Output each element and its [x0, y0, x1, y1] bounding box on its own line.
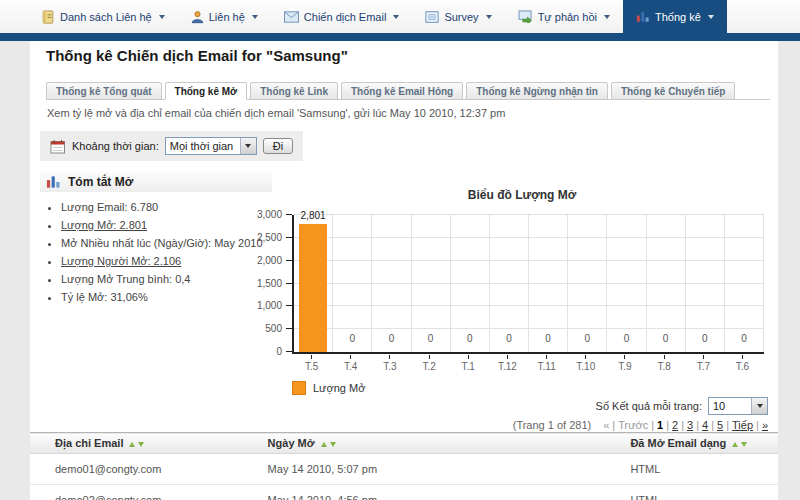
table-cell: HTML [628, 485, 778, 500]
chart-x-axis: T.5T.4T.3T.2T.1T.12T.11T.10T.9T.8T.7T.6 [292, 355, 762, 372]
column-header[interactable]: Ngày Mở [266, 433, 629, 454]
chevron-down-icon [393, 15, 399, 19]
per-page-select[interactable]: 10 [708, 397, 768, 415]
bar-value-label: 0 [725, 333, 763, 344]
table-cell: demo02@congty.com [30, 485, 266, 500]
survey-icon [425, 10, 439, 24]
nav-tab-t-ph-n-h-i[interactable]: Tự phản hồi [505, 0, 623, 33]
nav-tab-label: Thống kê [655, 11, 701, 23]
x-tick-label: T.12 [488, 355, 527, 372]
pagination-separator: | [681, 419, 684, 431]
y-tick-label: 2,500 [257, 232, 282, 243]
y-tick-mark [286, 305, 292, 306]
bar-value-label: 0 [529, 333, 567, 344]
subtab-2[interactable]: Thống kê Mở [165, 82, 248, 100]
column-header-label: Đã Mở Email dạng [630, 437, 726, 449]
y-tick-label: 1,500 [257, 278, 282, 289]
nav-tab-label: Tự phản hồi [538, 11, 597, 23]
chart-column: 0 [607, 215, 646, 352]
x-tick-label: T.2 [410, 355, 449, 372]
summary-link[interactable]: Lượng Mở: 2.801 [61, 219, 147, 231]
y-tick-mark [286, 283, 292, 284]
sort-arrows-icon [129, 442, 144, 447]
y-tick-label: 1,000 [257, 300, 282, 311]
page-2[interactable]: 2 [672, 419, 678, 431]
x-tick-label: T.9 [605, 355, 644, 372]
opens-table: Địa chỉ EmailNgày MởĐã Mở Email dạng dem… [30, 432, 778, 500]
dropdown-arrow-icon [751, 398, 767, 414]
chart-column: 0 [725, 215, 764, 352]
page-tiếp[interactable]: Tiếp [732, 419, 753, 431]
y-tick-mark [286, 260, 292, 261]
nav-tab-li-n-h-[interactable]: Liên hệ [178, 0, 271, 33]
x-tick-label: T.10 [566, 355, 605, 372]
pagination-separator: | [711, 419, 714, 431]
chart-column: 0 [372, 215, 411, 352]
x-tick-label: T.8 [645, 355, 684, 372]
sort-desc-icon [138, 442, 144, 447]
chart-column: 0 [333, 215, 372, 352]
bar-value-label: 0 [647, 333, 685, 344]
page-5[interactable]: 5 [717, 419, 723, 431]
sort-asc-icon [732, 442, 738, 447]
contact-icon [191, 10, 204, 24]
page-1: 1 [657, 419, 663, 431]
page-last[interactable]: » [762, 419, 768, 431]
y-tick-label: 2,000 [257, 255, 282, 266]
subtab-6[interactable]: Thống kê Chuyển tiếp [611, 82, 735, 100]
summary-link[interactable]: Lượng Người Mở: 2.106 [61, 255, 181, 267]
bar-value-label: 0 [412, 333, 450, 344]
page-3[interactable]: 3 [687, 419, 693, 431]
column-header-label: Ngày Mở [268, 437, 315, 449]
bar-value-label: 0 [490, 333, 528, 344]
top-navigation: Danh sách Liên hệLiên hệChiến dịch Email… [0, 0, 800, 33]
per-page-control: Số Kết quả mỗi trang: 10 [596, 397, 768, 415]
nav-tab-survey[interactable]: Survey [412, 0, 504, 33]
chart-column: 0 [568, 215, 607, 352]
per-page-label: Số Kết quả mỗi trang: [596, 400, 702, 412]
email-campaign-icon [284, 11, 299, 23]
x-tick-mark [703, 355, 704, 359]
nav-tab-danh-s-ch-li-n-h-[interactable]: Danh sách Liên hệ [28, 0, 178, 33]
chart-plot-area: 2,80100000000000 [292, 215, 764, 354]
subtab-5[interactable]: Thống kê Ngừng nhận tin [466, 82, 608, 100]
page-4[interactable]: 4 [702, 419, 708, 431]
content-panel: Thống kê Chiến dịch Email for "Samsung" … [30, 41, 778, 500]
subtab-1[interactable]: Thống kê Tổng quát [46, 82, 162, 100]
stats-subtabs: Thống kê Tổng quátThống kê MởThống kê Li… [46, 80, 770, 100]
column-header[interactable]: Địa chỉ Email [30, 433, 266, 454]
nav-tab-th-ng-k-[interactable]: Thống kê [623, 0, 727, 33]
chevron-down-icon [604, 15, 610, 19]
subtab-4[interactable]: Thống kê Email Hỏng [341, 82, 463, 100]
time-range-select[interactable]: Mọi thời gian [165, 137, 257, 155]
go-button[interactable]: Đi [263, 138, 293, 154]
x-tick-mark [429, 355, 430, 359]
chevron-down-icon [252, 15, 258, 19]
chevron-down-icon [708, 15, 714, 19]
summary-text: Lượng Email: 6.780 [61, 201, 158, 213]
x-tick-mark [468, 355, 469, 359]
summary-title: Tóm tắt Mở [68, 175, 133, 189]
pagination-separator: | [756, 419, 759, 431]
time-range-filter: Khoảng thời gian: Mọi thời gian Đi [40, 131, 303, 161]
subtab-3[interactable]: Thống kê Link [250, 82, 338, 100]
nav-tab-label: Danh sách Liên hệ [60, 11, 152, 23]
pagination-separator: | [612, 419, 615, 431]
dropdown-arrow-icon [240, 138, 256, 154]
y-tick-mark [286, 214, 292, 215]
chart-column: 0 [490, 215, 529, 352]
x-tick-mark [742, 355, 743, 359]
column-header[interactable]: Đã Mở Email dạng [628, 433, 778, 454]
table-cell: May 14 2010, 4:56 pm [266, 485, 629, 500]
x-tick-label: T.5 [292, 355, 331, 372]
legend-label: Lượng Mở [313, 382, 365, 394]
summary-text: Tỷ lệ Mở: 31,06% [61, 291, 148, 303]
chart-column: 0 [686, 215, 725, 352]
nav-tab-chi-n-d-ch-email[interactable]: Chiến dịch Email [271, 0, 413, 33]
chevron-down-icon [486, 15, 492, 19]
page-title: Thống kê Chiến dịch Email for "Samsung" [46, 47, 348, 64]
calendar-icon [50, 139, 66, 154]
legend-swatch [292, 381, 306, 395]
chart-y-axis: 05001,0001,5002,0002,5003,000 [230, 215, 288, 352]
x-tick-mark [311, 355, 312, 359]
